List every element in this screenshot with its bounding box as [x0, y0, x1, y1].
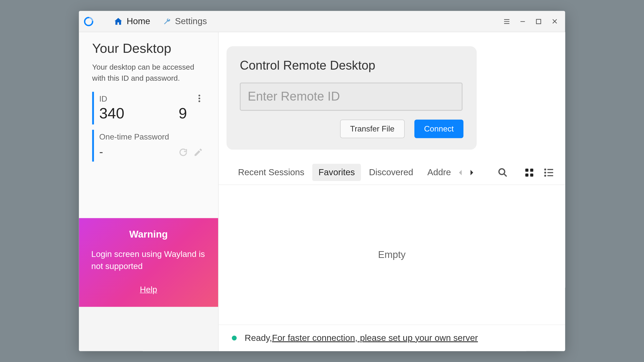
warning-help-link[interactable]: Help	[140, 285, 157, 294]
edit-password-icon[interactable]	[193, 148, 203, 159]
remote-id-input[interactable]	[240, 82, 463, 111]
tab-settings-label: Settings	[175, 16, 207, 26]
tab-favorites[interactable]: Favorites	[312, 164, 361, 181]
warning-banner: Warning Login screen using Wayland is no…	[79, 218, 218, 307]
id-label: ID	[99, 95, 202, 104]
tab-settings[interactable]: Settings	[156, 11, 213, 32]
control-remote-card: Control Remote Desktop Transfer File Con…	[226, 46, 476, 150]
titlebar: Home Settings	[79, 11, 565, 32]
tab-home-label: Home	[127, 16, 150, 26]
svg-point-1	[198, 95, 200, 97]
tab-address-book[interactable]: Addre	[421, 164, 452, 181]
grid-view-icon[interactable]	[522, 166, 537, 179]
id-value: 340 9	[99, 105, 202, 122]
home-icon	[113, 17, 123, 26]
app-logo-icon	[83, 16, 94, 27]
sidebar-title: Your Desktop	[92, 41, 205, 56]
id-block: ID 340 9	[92, 92, 205, 125]
sidebar-padding	[79, 307, 218, 351]
empty-state: Empty	[219, 185, 565, 325]
wrench-icon	[163, 17, 171, 26]
svg-rect-8	[530, 173, 533, 176]
svg-rect-0	[536, 19, 541, 24]
password-block: One-time Password -	[92, 130, 205, 162]
tabs-scroll-right-icon[interactable]	[467, 167, 477, 177]
tabs-scroll-left-icon[interactable]	[456, 167, 465, 177]
tab-recent-sessions[interactable]: Recent Sessions	[232, 164, 311, 181]
password-label: One-time Password	[99, 132, 202, 142]
hamburger-menu-icon[interactable]	[499, 13, 515, 29]
window-minimize-button[interactable]	[515, 13, 531, 29]
status-indicator-dot	[232, 336, 237, 340]
svg-point-3	[198, 101, 200, 102]
status-ready-text: Ready,	[245, 333, 272, 343]
status-server-link[interactable]: For faster connection, please set up you…	[272, 333, 478, 343]
sessions-tabbar: Recent Sessions Favorites Discovered Add…	[219, 164, 565, 185]
window-maximize-button[interactable]	[531, 13, 546, 29]
svg-rect-7	[525, 173, 528, 176]
tab-home[interactable]: Home	[107, 11, 156, 32]
main-panel: Control Remote Desktop Transfer File Con…	[219, 32, 565, 351]
svg-point-2	[198, 98, 200, 99]
list-view-icon[interactable]	[541, 166, 557, 179]
empty-label: Empty	[378, 249, 406, 261]
control-remote-title: Control Remote Desktop	[240, 59, 463, 73]
svg-point-4	[499, 169, 505, 174]
connect-button[interactable]: Connect	[414, 120, 463, 138]
svg-point-9	[545, 169, 546, 170]
tab-discovered[interactable]: Discovered	[363, 164, 419, 181]
svg-point-11	[545, 175, 546, 176]
warning-title: Warning	[91, 229, 206, 240]
transfer-file-button[interactable]: Transfer File	[340, 120, 405, 138]
window-close-button[interactable]	[547, 13, 562, 29]
window-body: Your Desktop Your desktop can be accesse…	[79, 32, 565, 351]
sidebar: Your Desktop Your desktop can be accesse…	[79, 32, 219, 351]
sidebar-subtitle: Your desktop can be accessed with this I…	[92, 62, 205, 84]
refresh-password-icon[interactable]	[178, 148, 188, 159]
status-bar: Ready, For faster connection, please set…	[219, 325, 565, 351]
svg-rect-6	[530, 168, 533, 171]
svg-rect-5	[525, 168, 528, 171]
id-more-menu[interactable]	[196, 93, 202, 106]
search-icon[interactable]	[494, 165, 511, 180]
app-window: { "titlebar": { "tabs": { "home": "Home"…	[79, 11, 565, 351]
svg-point-10	[545, 172, 546, 173]
warning-message: Login screen using Wayland is not suppor…	[91, 248, 206, 273]
